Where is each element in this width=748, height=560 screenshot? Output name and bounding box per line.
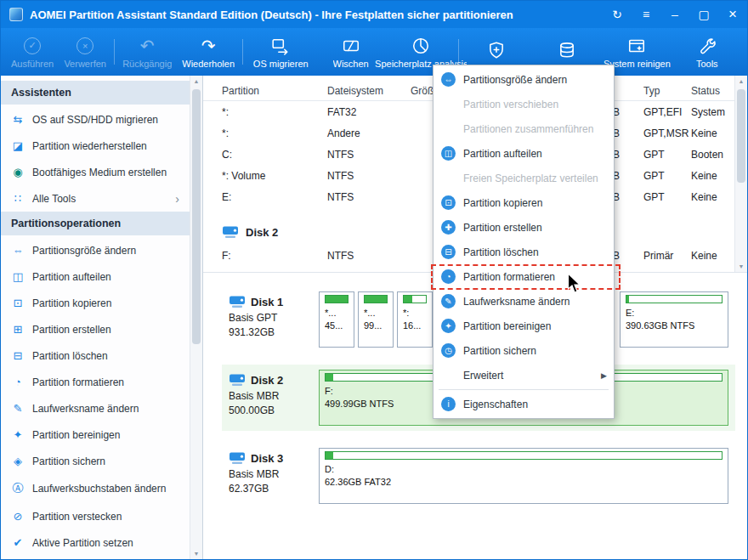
cell-status: Keine (691, 191, 732, 203)
sidebar: Assistenten⇆OS auf SSD/HDD migrieren◪Par… (1, 76, 203, 559)
disk-type: Basis MBR (229, 467, 309, 482)
partition-box-e-0[interactable]: E:390.63GB NTFS (620, 291, 728, 348)
context-menu-item-partition-sichern[interactable]: ◷Partition sichern (434, 338, 614, 363)
scroll-down-icon[interactable]: ▼ (190, 551, 202, 557)
sidebar-item-laufwerksname-ändern[interactable]: ✎Laufwerksname ändern (1, 395, 190, 421)
body: Assistenten⇆OS auf SSD/HDD migrieren◪Par… (1, 76, 747, 559)
delete-partition-icon: ⊟ (11, 349, 25, 362)
partition-label: *... (364, 307, 388, 320)
sidebar-item-partition-wiederherstellen[interactable]: ◪Partition wiederherstellen (1, 133, 190, 159)
minimize-button[interactable]: – (660, 1, 689, 28)
context-menu-item-laufwerksname-ändern[interactable]: ✎Laufwerksname ändern (434, 289, 614, 314)
toolbar-button-redo[interactable]: ↷Wiederholen (177, 31, 240, 73)
cell-partition: *: (222, 106, 327, 118)
sidebar-item-partition-aufteilen[interactable]: ◫Partition aufteilen (1, 263, 190, 290)
cell-filesystem: NTFS (327, 149, 411, 161)
execute-icon: ✓ (24, 36, 41, 56)
usage-bar (403, 295, 427, 303)
partition-detail: 16... (403, 320, 427, 332)
partition-aufteilen-icon: ◫ (441, 146, 456, 161)
sidebar-item-partition-kopieren[interactable]: ⊡Partition kopieren (1, 290, 190, 316)
usage-bar (364, 295, 388, 303)
scroll-up-icon[interactable]: ▲ (735, 78, 747, 84)
usage-bar-fill (365, 296, 387, 303)
sidebar-item-label: OS auf SSD/HDD migrieren (32, 114, 179, 126)
discard-icon: × (76, 36, 94, 56)
partition-box-item-0[interactable]: *:16... (397, 291, 433, 348)
partition-box-item-0[interactable]: *...45... (319, 291, 354, 348)
sidebar-item-partitionsgröße-ändern[interactable]: ⇔Partitionsgröße ändern (1, 237, 190, 263)
sidebar-item-aktive-partition-setzen[interactable]: ✔Aktive Partition setzen (1, 529, 190, 556)
redo-icon: ↷ (201, 36, 216, 56)
disk-info-disk-1[interactable]: Disk 1Basis GPT931.32GB (229, 291, 309, 348)
disk-size: 62.37GB (229, 482, 309, 496)
disk-type: Basis MBR (229, 389, 309, 404)
maximize-button[interactable]: ▢ (689, 1, 718, 28)
cell-typ: GPT (643, 149, 691, 161)
partition-box-item-0[interactable]: *...99... (358, 291, 394, 348)
hide-partition-icon: ⊘ (11, 510, 25, 523)
clean-system-icon (627, 36, 646, 56)
sidebar-item-label: Laufwerksname ändern (32, 403, 179, 415)
toolbar-button-tools[interactable]: Tools (672, 31, 742, 73)
context-menu-item-partition-erstellen[interactable]: ✚Partition erstellen (434, 215, 614, 240)
scroll-down-icon[interactable]: ▼ (735, 263, 747, 269)
scroll-up-icon[interactable]: ▲ (190, 78, 202, 84)
table-scrollbar[interactable]: ▲ ▼ (734, 76, 747, 272)
partition-kopieren-icon: ⊡ (441, 195, 456, 210)
context-menu-item-erweitert[interactable]: Erweitert▶ (434, 363, 614, 387)
context-menu-item-eigenschaften[interactable]: iEigenschaften (434, 392, 614, 416)
context-menu-item-partition-kopieren[interactable]: ⊡Partition kopieren (434, 190, 614, 215)
sidebar-item-partition-löschen[interactable]: ⊟Partition löschen (1, 342, 190, 369)
context-menu-item-partition-aufteilen[interactable]: ◫Partition aufteilen (434, 141, 614, 166)
sidebar-item-partition-verstecken[interactable]: ⊘Partition verstecken (1, 503, 190, 529)
scrollbar-thumb[interactable] (192, 89, 201, 344)
menu-item-label: Erweitert (463, 370, 593, 382)
menu-item-label: Partition aufteilen (463, 148, 607, 160)
sidebar-item-partition-formatieren[interactable]: ◔Partition formatieren (1, 369, 190, 395)
context-menu-item-partitionsgröße-ändern[interactable]: ⇔Partitionsgröße ändern (434, 67, 614, 92)
menu-item-label: Eigenschaften (463, 399, 607, 410)
undo-icon: ↶ (140, 36, 155, 56)
disk-info-disk-2[interactable]: Disk 2Basis MBR500.00GB (229, 370, 309, 426)
toolbar-separator (242, 39, 243, 65)
toolbar-button-label: Ausführen (11, 59, 54, 69)
resize-partition-icon: ⇔ (11, 244, 25, 257)
context-menu-item-partitionen-zusammenführen: Partitionen zusammenführen (434, 116, 614, 141)
menu-item-label: Partitionsgröße ändern (463, 74, 607, 86)
cell-partition: *: Volume (222, 170, 327, 182)
all-tools-icon: ∷ (11, 192, 25, 205)
sidebar-item-bootfähiges-medium-erstellen[interactable]: ◉Bootfähiges Medium erstellen (1, 159, 190, 185)
sidebar-scrollbar[interactable]: ▲ ▼ (190, 76, 202, 559)
context-menu-item-partition-formatieren[interactable]: ◔Partition formatieren (434, 264, 614, 289)
usage-bar (325, 295, 348, 303)
disk-info-disk-3[interactable]: Disk 3Basis MBR62.37GB (229, 448, 309, 504)
partition-box-d-2[interactable]: D:62.36GB FAT32 (319, 448, 728, 504)
menu-item-label: Freien Speicherplatz verteilen (463, 173, 607, 184)
partition-erstellen-icon: ✚ (441, 220, 456, 235)
cell-typ: GPT,MSR (643, 127, 691, 139)
sidebar-item-label: Partition löschen (32, 350, 179, 362)
refresh-icon[interactable]: ↻ (603, 1, 632, 28)
sidebar-item-alle-tools[interactable]: ∷Alle Tools› (1, 185, 190, 212)
sidebar-item-os-auf-ssd-hdd-migrieren[interactable]: ⇆OS auf SSD/HDD migrieren (1, 106, 190, 133)
scrollbar-thumb[interactable] (737, 89, 745, 183)
context-menu-item-partition-löschen[interactable]: ⊟Partition löschen (434, 240, 614, 264)
cell-filesystem: FAT32 (327, 106, 411, 118)
sidebar-item-label: Partition erstellen (32, 324, 179, 336)
toolbar-button-label: Wiederholen (182, 59, 235, 69)
sidebar-item-partition-erstellen[interactable]: ⊞Partition erstellen (1, 316, 190, 342)
menu-icon[interactable]: ≡ (632, 1, 660, 28)
toolbar-button-label: Tools (696, 59, 718, 69)
toolbar-button-migrate-os[interactable]: OS migrieren (246, 31, 315, 73)
sidebar-item-laufwerksbuchstaben-ändern[interactable]: ⒶLaufwerksbuchstaben ändern (1, 474, 190, 503)
sidebar-item-partition-bereinigen[interactable]: ✦Partition bereinigen (1, 421, 190, 448)
usage-bar-fill (626, 296, 629, 303)
partitionsgröße-ändern-icon: ⇔ (441, 72, 456, 87)
context-menu-item-partition-bereinigen[interactable]: ✦Partition bereinigen (434, 314, 614, 338)
close-button[interactable]: × (718, 1, 747, 28)
toolbar-button-label: Verwerfen (64, 59, 106, 69)
menu-item-label: Partition kopieren (463, 197, 607, 209)
context-menu: ⇔Partitionsgröße ändernPartition verschi… (433, 65, 615, 419)
sidebar-item-partition-sichern[interactable]: ◈Partition sichern (1, 448, 190, 474)
